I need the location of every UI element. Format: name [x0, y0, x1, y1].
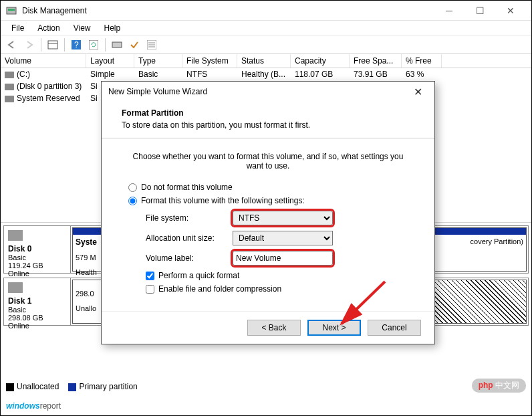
radio-format-input[interactable]: [128, 197, 137, 205]
forward-icon[interactable]: [22, 37, 37, 52]
table-row[interactable]: (C:) Simple Basic NTFS Healthy (B... 118…: [1, 68, 531, 80]
menubar: File Action View Help: [1, 21, 531, 35]
cancel-button[interactable]: Cancel: [368, 320, 421, 336]
menu-help[interactable]: Help: [98, 22, 128, 34]
menu-action[interactable]: Action: [31, 22, 66, 34]
col-filesystem[interactable]: File System: [182, 54, 237, 68]
radio-noformat[interactable]: Do not format this volume: [128, 183, 408, 192]
legend-swatch-primary: [68, 383, 76, 391]
radio-noformat-input[interactable]: [128, 183, 137, 192]
wizard-buttons: < Back Next > Cancel: [102, 311, 434, 344]
col-volume[interactable]: Volume: [1, 54, 86, 68]
wizard-title: New Simple Volume Wizard: [108, 87, 408, 96]
legend-swatch-unallocated: [6, 383, 14, 391]
svg-text:?: ?: [74, 40, 79, 49]
volume-icon: [5, 84, 14, 90]
back-button[interactable]: < Back: [247, 320, 301, 336]
disk-icon: [8, 230, 23, 241]
help-icon[interactable]: ?: [69, 37, 84, 52]
field-allocation: Allocation unit size: Default: [146, 231, 408, 245]
col-free[interactable]: Free Spa...: [350, 54, 402, 68]
volume-icon: [5, 96, 14, 102]
field-filesystem: File system: NTFS: [146, 211, 408, 225]
wizard-body: Choose whether you want to format this v…: [102, 138, 434, 311]
toolbar: ?: [1, 35, 531, 54]
wizard-subheading: To store data on this partition, you mus…: [122, 120, 414, 130]
volume-icon: [5, 72, 14, 78]
col-layout[interactable]: Layout: [86, 54, 134, 68]
wizard-titlebar: New Simple Volume Wizard ✕: [102, 82, 434, 102]
check-icon[interactable]: [127, 37, 142, 52]
partition-box[interactable]: Syste 579 M Health: [72, 227, 104, 272]
disk-label[interactable]: Disk 1 Basic 298.08 GB Online: [4, 278, 71, 325]
svg-rect-1: [8, 9, 15, 11]
disk-icon: [8, 282, 23, 293]
back-icon[interactable]: [5, 37, 19, 52]
watermark-left: windowsreport: [6, 399, 61, 411]
volume-label-input[interactable]: [233, 251, 333, 266]
menu-view[interactable]: View: [67, 22, 98, 34]
col-pfree[interactable]: % Free: [402, 54, 442, 68]
window-title: Disk Management: [22, 6, 434, 15]
disk-icon[interactable]: [110, 37, 124, 52]
wizard-header: Format Partition To store data on this p…: [102, 102, 434, 138]
window-controls: ─ ☐ ✕: [434, 1, 526, 21]
menu-file[interactable]: File: [5, 22, 31, 34]
app-icon: [6, 5, 17, 16]
checkbox-compression[interactable]: Enable file and folder compression: [146, 284, 408, 294]
close-button[interactable]: ✕: [495, 1, 526, 21]
checkbox-quickformat[interactable]: Perform a quick format: [146, 271, 408, 280]
refresh-icon[interactable]: [86, 37, 101, 52]
wizard-instruction: Choose whether you want to format this v…: [128, 152, 408, 171]
allocation-select[interactable]: Default: [233, 231, 333, 245]
list-icon[interactable]: [144, 37, 159, 52]
wizard-heading: Format Partition: [122, 108, 414, 118]
next-button[interactable]: Next >: [307, 320, 361, 336]
field-label: Volume label:: [146, 251, 408, 266]
volume-header: Volume Layout Type File System Status Ca…: [1, 54, 531, 68]
view-icon[interactable]: [45, 37, 60, 52]
minimize-button[interactable]: ─: [434, 1, 464, 21]
col-status[interactable]: Status: [237, 54, 291, 68]
partition-box[interactable]: 298.0 Unallo: [72, 280, 104, 324]
disk-label[interactable]: Disk 0 Basic 119.24 GB Online: [4, 226, 71, 273]
svg-rect-7: [112, 42, 122, 47]
legend: Unallocated Primary partition: [6, 382, 138, 391]
quickformat-input[interactable]: [146, 272, 154, 280]
close-icon[interactable]: ✕: [408, 86, 428, 98]
col-type[interactable]: Type: [134, 54, 182, 68]
titlebar: Disk Management ─ ☐ ✕: [1, 1, 531, 21]
compression-input[interactable]: [146, 285, 154, 294]
svg-rect-6: [89, 40, 98, 49]
radio-format[interactable]: Format this volume with the following se…: [128, 196, 408, 205]
maximize-button[interactable]: ☐: [464, 1, 495, 21]
svg-rect-2: [48, 41, 57, 49]
watermark-right: php php 中文网中文网: [472, 379, 526, 393]
wizard-dialog: New Simple Volume Wizard ✕ Format Partit…: [101, 81, 435, 344]
col-capacity[interactable]: Capacity: [291, 54, 350, 68]
filesystem-select[interactable]: NTFS: [233, 211, 333, 225]
